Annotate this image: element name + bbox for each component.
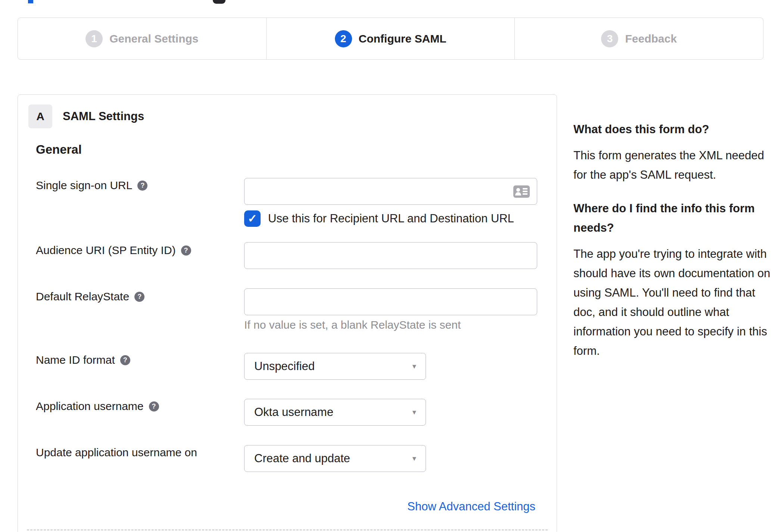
name-id-format-select[interactable]: Unspecified ▼ xyxy=(244,353,426,380)
field-label-text: Single sign-on URL xyxy=(36,179,132,192)
sidebar-heading-what: What does this form do? xyxy=(573,120,775,139)
wizard-stepper: 1 General Settings 2 Configure SAML 3 Fe… xyxy=(18,18,763,60)
sidebar-body-what: This form generates the XML needed for t… xyxy=(573,146,775,185)
checkmark-icon: ✓ xyxy=(248,213,257,224)
step-feedback[interactable]: 3 Feedback xyxy=(514,18,763,59)
step-label: Feedback xyxy=(625,32,676,45)
help-icon[interactable]: ? xyxy=(149,401,159,411)
step-general-settings[interactable]: 1 General Settings xyxy=(18,18,266,59)
recipient-url-checkbox-row: ✓ Use this for Recipient URL and Destina… xyxy=(244,210,514,227)
section-a-badge: A xyxy=(28,104,52,128)
relaystate-hint: If no value is set, a blank RelayState i… xyxy=(244,319,461,331)
single-sign-on-url-label: Single sign-on URL ? xyxy=(36,179,147,192)
sidebar-body-where: The app you're trying to integrate with … xyxy=(573,244,775,361)
chevron-down-icon: ▼ xyxy=(411,409,417,416)
help-icon[interactable]: ? xyxy=(134,292,144,302)
saml-settings-panel: A SAML Settings General Single sign-on U… xyxy=(18,94,557,532)
section-dashed-divider xyxy=(27,529,548,531)
general-section-heading: General xyxy=(36,143,82,157)
single-sign-on-url-input[interactable] xyxy=(244,178,537,205)
single-sign-on-url-field xyxy=(244,178,537,205)
recipient-url-checkbox[interactable]: ✓ xyxy=(244,210,261,227)
help-icon[interactable]: ? xyxy=(120,355,130,365)
default-relaystate-input[interactable] xyxy=(244,288,537,315)
chevron-down-icon: ▼ xyxy=(411,456,417,462)
chevron-down-icon: ▼ xyxy=(411,363,417,370)
recipient-url-checkbox-label[interactable]: Use this for Recipient URL and Destinati… xyxy=(268,212,514,225)
audience-uri-input[interactable] xyxy=(244,242,537,269)
update-application-username-label: Update application username on xyxy=(36,446,197,459)
application-username-label: Application username ? xyxy=(36,400,159,413)
audience-uri-label: Audience URI (SP Entity ID) ? xyxy=(36,244,191,257)
default-relaystate-field xyxy=(244,288,537,315)
step-configure-saml[interactable]: 2 Configure SAML xyxy=(266,18,515,59)
show-advanced-settings-link[interactable]: Show Advanced Settings xyxy=(407,500,535,513)
step-label: General Settings xyxy=(109,32,198,45)
step-number-badge: 2 xyxy=(335,30,352,47)
select-value: Create and update xyxy=(254,452,350,465)
cutoff-blue-mark xyxy=(28,0,33,3)
select-value: Unspecified xyxy=(254,360,315,373)
help-icon[interactable]: ? xyxy=(181,245,191,256)
select-value: Okta username xyxy=(254,406,333,419)
field-label-text: Update application username on xyxy=(36,446,197,459)
contact-card-icon[interactable] xyxy=(513,185,530,198)
application-username-select[interactable]: Okta username ▼ xyxy=(244,399,426,426)
sidebar-heading-where: Where do I find the info this form needs… xyxy=(573,199,775,238)
step-number-badge: 1 xyxy=(85,30,103,47)
step-label: Configure SAML xyxy=(359,32,446,45)
help-sidebar: What does this form do? This form genera… xyxy=(573,120,775,375)
help-icon[interactable]: ? xyxy=(137,181,147,191)
field-label-text: Default RelayState xyxy=(36,290,129,303)
step-number-badge: 3 xyxy=(601,30,618,47)
panel-title: SAML Settings xyxy=(63,104,144,128)
field-label-text: Name ID format xyxy=(36,354,115,366)
field-label-text: Audience URI (SP Entity ID) xyxy=(36,244,176,257)
cutoff-dark-mark xyxy=(213,0,225,4)
field-label-text: Application username xyxy=(36,400,144,413)
name-id-format-label: Name ID format ? xyxy=(36,354,130,366)
default-relaystate-label: Default RelayState ? xyxy=(36,290,144,303)
audience-uri-field xyxy=(244,242,537,269)
update-application-username-select[interactable]: Create and update ▼ xyxy=(244,445,426,472)
